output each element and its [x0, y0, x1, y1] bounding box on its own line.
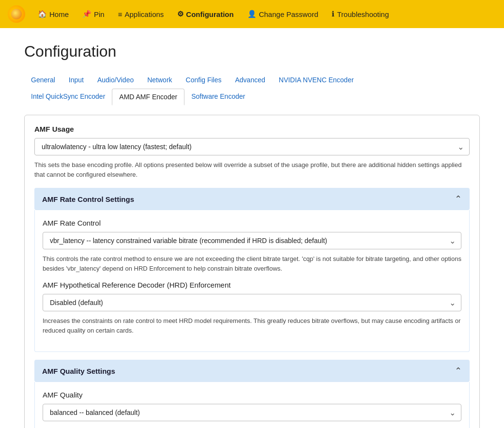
- tab-row-2: Intel QuickSync Encoder AMD AMF Encoder …: [24, 89, 480, 105]
- amf-usage-label: AMF Usage: [34, 125, 470, 133]
- tab-quicksync[interactable]: Intel QuickSync Encoder: [24, 89, 112, 105]
- quality-section: AMF Quality Settings ⌃ AMF Quality balan…: [34, 360, 470, 428]
- rate-control-section-title: AMF Rate Control Settings: [42, 195, 134, 203]
- tab-configfiles[interactable]: Config Files: [179, 72, 229, 89]
- tab-network[interactable]: Network: [140, 72, 179, 89]
- tab-software[interactable]: Software Encoder: [184, 89, 252, 105]
- amf-usage-block: AMF Usage ultralowlatency - ultra low la…: [34, 125, 470, 179]
- rate-control-section: AMF Rate Control Settings ⌃ AMF Rate Con…: [34, 188, 470, 352]
- hrd-select[interactable]: Disabled (default) Enabled: [43, 294, 461, 311]
- amf-usage-dropdown-wrapper: ultralowlatency - ultra low latency (fas…: [34, 138, 470, 155]
- gear-icon: ⚙: [177, 10, 183, 18]
- tab-input[interactable]: Input: [62, 72, 91, 89]
- nav-applications[interactable]: ≡ Applications: [113, 7, 169, 21]
- hrd-label: AMF Hypothetical Reference Decoder (HRD)…: [43, 281, 461, 289]
- hrd-dropdown-wrapper: Disabled (default) Enabled ⌄: [43, 294, 461, 311]
- hrd-hint: Increases the constraints on rate contro…: [43, 316, 461, 335]
- rate-control-section-header[interactable]: AMF Rate Control Settings ⌃: [34, 188, 470, 210]
- home-icon: 🏠: [38, 10, 47, 18]
- topbar: 🏠 Home 📌 Pin ≡ Applications ⚙ Configurat…: [0, 0, 504, 28]
- info-icon: ℹ: [332, 10, 335, 18]
- tab-advanced[interactable]: Advanced: [228, 72, 272, 89]
- nav-change-password[interactable]: 👤 Change Password: [243, 7, 323, 21]
- nav-pin[interactable]: 📌 Pin: [77, 7, 109, 21]
- tab-nvenc[interactable]: NVIDIA NVENC Encoder: [272, 72, 361, 89]
- rate-control-hint: This controls the rate control method to…: [43, 254, 461, 273]
- rate-control-collapse-icon: ⌃: [455, 194, 462, 204]
- rate-control-dropdown-wrapper: vbr_latency -- latency constrained varia…: [43, 232, 461, 249]
- quality-section-header[interactable]: AMF Quality Settings ⌃: [34, 360, 470, 382]
- tab-general[interactable]: General: [24, 72, 62, 89]
- page-title: Configuration: [24, 43, 480, 61]
- hrd-block: AMF Hypothetical Reference Decoder (HRD)…: [43, 281, 461, 335]
- pin-icon: 📌: [82, 10, 92, 18]
- quality-section-title: AMF Quality Settings: [42, 367, 115, 375]
- tab-row-1: General Input Audio/Video Network Config…: [24, 72, 480, 89]
- app-logo: [8, 5, 25, 23]
- quality-collapse-icon: ⌃: [455, 366, 462, 376]
- rate-control-block: AMF Rate Control vbr_latency -- latency …: [43, 219, 461, 273]
- page-content: Configuration General Input Audio/Video …: [0, 28, 504, 428]
- quality-dropdown-wrapper: balanced -- balanced (default) speed -- …: [43, 404, 461, 421]
- tab-audiovideo[interactable]: Audio/Video: [91, 72, 140, 89]
- amf-usage-select[interactable]: ultralowlatency - ultra low latency (fas…: [34, 138, 470, 155]
- quality-section-body: AMF Quality balanced -- balanced (defaul…: [34, 382, 470, 428]
- menu-icon: ≡: [118, 10, 122, 18]
- rate-control-label: AMF Rate Control: [43, 219, 461, 227]
- quality-select[interactable]: balanced -- balanced (default) speed -- …: [43, 404, 461, 421]
- rate-control-section-body: AMF Rate Control vbr_latency -- latency …: [34, 210, 470, 352]
- rate-control-select[interactable]: vbr_latency -- latency constrained varia…: [43, 232, 461, 249]
- user-icon: 👤: [247, 10, 257, 18]
- nav-home[interactable]: 🏠 Home: [33, 7, 74, 21]
- tab-amdamf[interactable]: AMD AMF Encoder: [112, 89, 184, 106]
- main-card: AMF Usage ultralowlatency - ultra low la…: [24, 115, 480, 428]
- nav-troubleshooting[interactable]: ℹ Troubleshooting: [327, 7, 394, 21]
- nav-configuration[interactable]: ⚙ Configuration: [172, 7, 238, 21]
- quality-label: AMF Quality: [43, 391, 461, 399]
- amf-usage-hint: This sets the base encoding profile. All…: [34, 160, 470, 179]
